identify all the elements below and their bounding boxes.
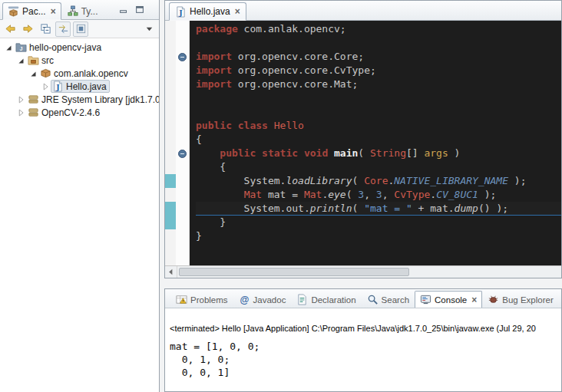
tab-label: Bug Explorer: [502, 295, 553, 305]
tab-label: Javadoc: [253, 295, 286, 305]
tree-item-label: JRE System Library [jdk1.7.0_25]: [41, 94, 159, 105]
expanded-icon[interactable]: [28, 68, 38, 79]
range-indicator: [165, 174, 176, 188]
focus-icon: [75, 23, 87, 35]
maximize-button[interactable]: [134, 4, 145, 18]
focus-button[interactable]: [73, 21, 88, 37]
tab-label: Ty...: [81, 6, 98, 17]
annotation-ruler[interactable]: [165, 21, 176, 265]
collapsed-icon[interactable]: [15, 107, 26, 118]
collapsed-icon[interactable]: [40, 81, 51, 92]
console-tab-search[interactable]: Search: [362, 291, 415, 308]
javadoc-icon: @: [239, 294, 250, 305]
tree-item-inner: OpenCV-2.4.6: [26, 106, 103, 119]
editor-tab-label: Hello.java: [190, 6, 230, 17]
annotation-slot: [165, 188, 176, 202]
code-line: package com.anlak.opencv;: [196, 22, 561, 36]
tab-label: Declaration: [311, 295, 355, 305]
console-output-line: 0, 1, 0;: [170, 353, 558, 366]
tree-item-src[interactable]: src: [0, 54, 159, 67]
horizontal-scrollbar[interactable]: [165, 265, 561, 278]
project-icon: J: [15, 41, 27, 53]
console-icon: [420, 294, 431, 305]
fold-slot: [176, 202, 189, 216]
scroll-left-button[interactable]: [165, 266, 177, 278]
collapse-marker-icon[interactable]: [178, 150, 187, 158]
console-tab-bug[interactable]: Bug: [559, 291, 561, 308]
fold-slot: [176, 147, 189, 160]
annotation-slot: [165, 160, 176, 174]
explorer-tab-ty[interactable]: Ty...: [61, 2, 104, 20]
svg-text:J: J: [178, 8, 183, 16]
library-icon: [28, 107, 39, 118]
tree-item-inner: src: [26, 54, 57, 67]
annotation-slot: [165, 147, 176, 160]
collapse-marker-icon[interactable]: [178, 53, 187, 61]
forward-button[interactable]: [20, 21, 35, 37]
back-button[interactable]: [2, 21, 18, 37]
tree-item-hello-java[interactable]: JHello.java: [0, 80, 159, 93]
tree-item-inner: JRE System Library [jdk1.7.0_25]: [26, 93, 159, 106]
code-editor[interactable]: package com.anlak.opencv;import org.open…: [165, 21, 561, 265]
console-output-area: <terminated> Hello [Java Application] C:…: [165, 308, 561, 379]
tree-item-hello-opencv-java[interactable]: Jhello-opencv-java: [0, 41, 159, 54]
annotation-slot: [165, 119, 176, 133]
console-tab-console[interactable]: Console×: [415, 291, 482, 308]
code-area[interactable]: package com.anlak.opencv;import org.open…: [190, 21, 561, 265]
tree-item-label: Hello.java: [66, 81, 107, 92]
tree-item-jre-system-library-jdk1-7-0-25[interactable]: JRE System Library [jdk1.7.0_25]: [0, 93, 159, 106]
fold-slot: [176, 174, 189, 188]
view-menu-button[interactable]: [141, 21, 157, 37]
editor-tab-bar: J Hello.java ×: [165, 1, 561, 21]
src-folder-icon: [28, 54, 39, 66]
console-output: mat = [1, 0, 0; 0, 1, 0; 0, 0, 1]: [170, 340, 558, 379]
tree-item-inner: Jhello-opencv-java: [14, 41, 104, 54]
scroll-left-icon: [165, 266, 177, 278]
code-line: import org.opencv.core.CvType;: [196, 64, 561, 77]
svg-text:@: @: [240, 295, 249, 305]
code-line: }: [196, 229, 561, 243]
close-icon[interactable]: ×: [51, 7, 56, 16]
fold-slot: [176, 77, 189, 91]
explorer-tab-pac[interactable]: Pac...×: [2, 2, 61, 20]
console-tab-declaration[interactable]: Declaration: [291, 291, 361, 308]
code-line: System.out.println( "mat = " + mat.dump(…: [196, 202, 561, 216]
close-icon[interactable]: ×: [235, 7, 240, 16]
tab-label: Pac...: [22, 6, 46, 17]
link-editor-button[interactable]: [55, 21, 71, 37]
console-tab-strip: Problems@JavadocDeclarationSearchConsole…: [165, 289, 561, 308]
java-file-icon: J: [175, 6, 187, 18]
fold-slot: [176, 36, 189, 50]
scrollbar-thumb[interactable]: [179, 268, 409, 276]
collapse-all-button[interactable]: [38, 21, 53, 37]
fold-slot: [176, 133, 189, 147]
package-icon: [40, 68, 51, 79]
svg-text:J: J: [20, 46, 23, 51]
explorer-toolbar: [0, 20, 159, 38]
minimize-icon: [118, 4, 129, 15]
editor-tab-hello-java[interactable]: J Hello.java ×: [169, 2, 246, 21]
minimize-button[interactable]: [118, 4, 129, 18]
close-icon[interactable]: ×: [471, 295, 477, 305]
collapsed-icon[interactable]: [15, 94, 26, 105]
package-explorer-view: Pac...×Ty... Jhello-opencv-javasrccom.an…: [0, 0, 160, 392]
project-tree: Jhello-opencv-javasrccom.anlak.opencvJHe…: [0, 38, 159, 119]
tree-item-opencv-2-4-6[interactable]: OpenCV-2.4.6: [0, 106, 159, 119]
tree-item-com-anlak-opencv[interactable]: com.anlak.opencv: [0, 67, 159, 80]
console-tab-javadoc[interactable]: @Javadoc: [233, 291, 292, 308]
code-line: import org.opencv.core.Mat;: [196, 77, 561, 91]
back-icon: [5, 23, 16, 35]
console-output-line: 0, 0, 1]: [170, 366, 558, 379]
fold-slot: [176, 64, 189, 77]
annotation-slot: [165, 133, 176, 147]
console-tab-problems[interactable]: Problems: [170, 291, 233, 308]
tree-item-inner: com.anlak.opencv: [38, 67, 131, 80]
view-window-buttons: [118, 4, 145, 18]
fold-ruler[interactable]: [176, 21, 190, 265]
expanded-icon[interactable]: [15, 55, 26, 66]
annotation-slot: [165, 77, 176, 91]
console-tab-bug-explorer[interactable]: Bug Explorer: [482, 291, 558, 308]
tab-label: Search: [382, 295, 409, 305]
expanded-icon[interactable]: [3, 42, 14, 53]
code-line: [196, 36, 561, 50]
